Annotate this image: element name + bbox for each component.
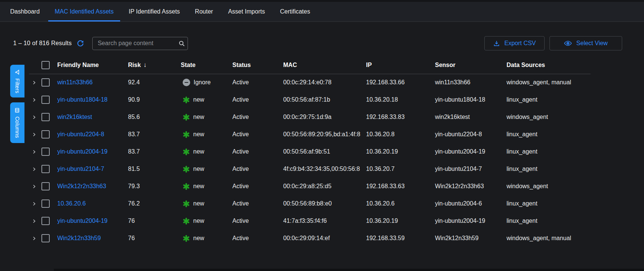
mac-value: 00:0c:29:09:14:ef <box>283 230 363 247</box>
asset-name-link[interactable]: Win2k12r2n33h63 <box>57 178 106 195</box>
expand-row-icon[interactable] <box>32 195 37 212</box>
sensor-value: yin-ubuntu2204-8 <box>435 126 482 143</box>
table-row: 10.36.20.676.2newActive00:50:56:89:b8:e0… <box>0 195 644 212</box>
row-checkbox[interactable] <box>41 182 50 190</box>
row-checkbox[interactable] <box>41 217 50 225</box>
table-header: Friendly Name Risk State Status MAC IP S… <box>0 56 644 74</box>
table-footer-edge <box>54 269 644 271</box>
tab-router[interactable]: Router <box>189 2 220 21</box>
asset-name-link[interactable]: yin-ubuntu2104-7 <box>57 160 104 178</box>
mac-value: 00:50:56:af:9b:51 <box>283 143 363 160</box>
window-top-strip <box>0 0 644 2</box>
tab-mac-identified-assets[interactable]: MAC Identified Assets <box>48 2 120 21</box>
row-checkbox-cell <box>41 230 50 247</box>
row-checkbox[interactable] <box>41 199 50 208</box>
tab-asset-imports[interactable]: Asset Imports <box>222 2 272 21</box>
search-icon[interactable] <box>175 40 188 47</box>
asset-name-link[interactable]: 10.36.20.6 <box>57 195 86 212</box>
risk-value: 81.5 <box>128 160 140 178</box>
select-view-button[interactable]: Select View <box>549 36 622 50</box>
eye-icon <box>564 39 572 47</box>
row-checkbox[interactable] <box>41 165 50 173</box>
asset-name-link[interactable]: yin-ubuntu2004-19 <box>57 143 107 160</box>
column-header-status[interactable]: Status <box>232 56 251 74</box>
export-csv-button[interactable]: Export CSV <box>484 36 545 50</box>
column-header-data-sources[interactable]: Data Sources <box>507 56 545 74</box>
refresh-icon[interactable] <box>76 39 85 47</box>
asset-name-link[interactable]: yin-ubuntu2004-19 <box>57 212 107 230</box>
tab-dashboard[interactable]: Dashboard <box>4 2 46 21</box>
expand-row-icon[interactable] <box>32 160 37 178</box>
filters-tab[interactable]: Filters <box>10 65 24 97</box>
row-checkbox-cell <box>41 195 50 212</box>
tab-ip-identified-assets[interactable]: IP Identified Assets <box>122 2 186 21</box>
row-checkbox[interactable] <box>41 148 50 156</box>
asset-name-link[interactable]: win11n33h66 <box>57 74 93 91</box>
row-checkbox[interactable] <box>41 130 50 139</box>
data-sources-value: windows_agent, manual <box>507 230 590 247</box>
expand-row-icon[interactable] <box>32 108 37 126</box>
asset-name-link[interactable]: win2k16ktest <box>57 108 92 126</box>
column-header-mac[interactable]: MAC <box>283 56 297 74</box>
asset-name-link[interactable]: Win2k12n33h59 <box>57 230 101 247</box>
new-state-icon <box>183 218 190 225</box>
row-checkbox[interactable] <box>41 96 50 104</box>
state-cell: Ignore <box>183 74 211 91</box>
ip-value: 10.36.20.8 <box>366 126 395 143</box>
ip-value: 192.168.33.63 <box>366 178 404 195</box>
columns-tab[interactable]: Columns <box>10 102 24 143</box>
search-box <box>92 37 188 50</box>
table-row: Win2k12r2n33h6379.3newActive00:0c:29:a8:… <box>0 178 644 195</box>
new-state-icon <box>183 235 190 242</box>
columns-grid-icon <box>15 107 20 113</box>
data-sources-value: windows_agent <box>507 108 590 126</box>
status-value: Active <box>232 74 249 91</box>
expand-row-icon[interactable] <box>32 143 37 160</box>
new-state-icon <box>183 114 190 121</box>
asset-name-link[interactable]: yin-ubuntu1804-18 <box>57 91 107 108</box>
new-state-icon <box>183 200 190 207</box>
filters-tab-label: Filters <box>14 78 20 93</box>
data-sources-value: linux_agent <box>507 91 590 108</box>
expand-row-icon[interactable] <box>32 91 37 108</box>
expand-row-icon[interactable] <box>32 212 37 230</box>
expand-row-icon[interactable] <box>32 126 37 143</box>
table-toolbar: 1 – 10 of 816 Results Export CSV <box>0 34 644 53</box>
state-cell: new <box>183 143 204 160</box>
expand-row-icon[interactable] <box>32 230 37 247</box>
new-state-icon <box>183 96 190 104</box>
state-cell: new <box>183 178 204 195</box>
mac-value: 41:7a:f3:35:f4:f6 <box>283 212 363 230</box>
row-checkbox[interactable] <box>41 234 50 242</box>
select-all-checkbox[interactable] <box>41 61 50 69</box>
status-value: Active <box>232 143 249 160</box>
row-checkbox[interactable] <box>41 113 50 121</box>
tab-certificates[interactable]: Certificates <box>273 2 316 21</box>
column-header-friendly-name[interactable]: Friendly Name <box>57 56 99 74</box>
row-checkbox[interactable] <box>41 78 50 87</box>
status-value: Active <box>232 108 249 126</box>
main-nav: Dashboard MAC Identified Assets IP Ident… <box>0 2 644 22</box>
asset-name-link[interactable]: yin-ubuntu2204-8 <box>57 126 104 143</box>
risk-header-label: Risk <box>128 62 141 69</box>
data-sources-value: linux_agent <box>507 195 590 212</box>
app-window: Dashboard MAC Identified Assets IP Ident… <box>0 0 644 271</box>
expand-row-icon[interactable] <box>32 74 37 91</box>
table-row: yin-ubuntu2004-1976newActive41:7a:f3:35:… <box>0 212 644 230</box>
expand-row-icon[interactable] <box>32 178 37 195</box>
ip-value: 10.36.20.18 <box>366 91 398 108</box>
risk-value: 92.4 <box>128 74 140 91</box>
column-header-risk[interactable]: Risk <box>128 56 147 74</box>
new-state-icon <box>183 148 190 155</box>
sensor-value: yin-ubuntu1804-18 <box>435 91 485 108</box>
state-label: new <box>193 148 204 155</box>
sensor-value: Win2k12r2n33h63 <box>435 178 484 195</box>
table-row: win2k16ktest85.6newActive00:0c:29:75:1d:… <box>0 108 644 126</box>
column-header-state[interactable]: State <box>181 56 195 74</box>
column-header-ip[interactable]: IP <box>366 56 372 74</box>
column-header-sensor[interactable]: Sensor <box>435 56 455 74</box>
status-value: Active <box>232 91 249 108</box>
search-input[interactable] <box>93 40 175 47</box>
data-sources-value: linux_agent <box>507 160 590 178</box>
state-cell: new <box>183 212 204 230</box>
